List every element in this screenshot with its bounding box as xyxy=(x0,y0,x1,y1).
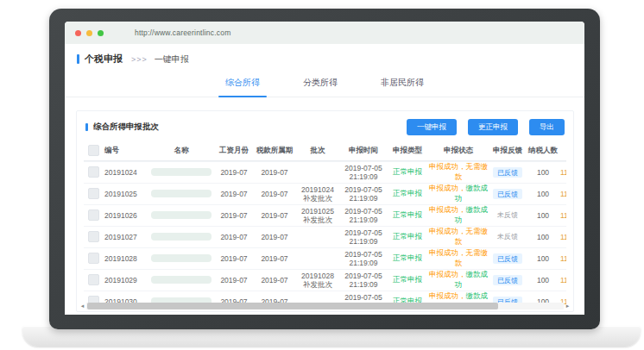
cell-filing-status: 申报成功，无需缴款 xyxy=(427,248,489,269)
table-row: 201910262019-072019-0720191025补发批次2019-0… xyxy=(84,204,566,226)
cell-filing-time: 2019-07-0521:19:09 xyxy=(339,164,388,181)
filing-date: 2019-07-05 xyxy=(339,293,388,302)
table-body: 201910242019-072019-072019-07-0521:19:09… xyxy=(84,161,566,312)
cell-clipped-column: 11 xyxy=(560,254,566,263)
panel-button-2[interactable]: 导出 xyxy=(529,119,565,135)
filing-date: 2019-07-05 xyxy=(339,207,388,216)
batch-number: 20191028 xyxy=(296,272,339,280)
cell-batch-id: 20191027 xyxy=(103,233,148,241)
cell-salary-month: 2019-07 xyxy=(215,190,253,198)
cell-clipped-column: 11 xyxy=(560,276,566,284)
filing-type-text: 正常申报 xyxy=(393,232,422,241)
scroll-left-arrow-icon[interactable]: ◂ xyxy=(79,302,86,309)
column-header-6: 申报类型 xyxy=(388,146,427,156)
header-checkbox-cell xyxy=(84,145,103,156)
cell-batch: 20191028补发批次 xyxy=(296,272,339,289)
row-checkbox[interactable] xyxy=(88,274,99,285)
filing-date: 2019-07-05 xyxy=(339,250,388,259)
panel-button-0[interactable]: 一键申报 xyxy=(407,119,457,135)
cell-taxpayer-count: 100 xyxy=(526,168,560,177)
cell-batch-id: 20191026 xyxy=(103,211,148,220)
status-main-text: 申报成功， xyxy=(429,248,466,257)
table-header-row: 编号名称工资月份税款所属期批次申报时间申报类型申报状态申报反馈纳税人数 xyxy=(84,141,566,161)
cell-tax-period: 2019-07 xyxy=(253,190,296,198)
cell-clipped-column: 11 xyxy=(560,211,566,220)
row-checkbox[interactable] xyxy=(88,166,99,178)
clipped-value: 11 xyxy=(560,254,566,263)
clipped-value: 11 xyxy=(560,211,566,220)
page-title: 个税申报 xyxy=(85,53,123,66)
scroll-right-arrow-icon[interactable]: ▸ xyxy=(564,302,571,309)
row-checkbox[interactable] xyxy=(88,231,99,242)
cell-name xyxy=(148,168,215,176)
breadcrumb-separator: >>> xyxy=(131,55,148,64)
window-minimize-dot-icon[interactable] xyxy=(86,30,92,36)
scrollbar-thumb[interactable] xyxy=(87,303,498,309)
cell-clipped-column: 11 xyxy=(560,190,566,198)
panel-actions: 一键申报更正申报导出 xyxy=(395,119,565,135)
horizontal-scrollbar[interactable]: ◂ ▸ xyxy=(79,302,571,309)
cell-feedback: 已反馈 xyxy=(489,167,526,177)
checkbox-cell xyxy=(84,166,103,178)
panel-header: 综合所得申报批次 一键申报更正申报导出 xyxy=(77,111,573,141)
cell-salary-month: 2019-07 xyxy=(215,233,253,241)
filing-clock: 21:19:09 xyxy=(339,280,388,289)
cell-name xyxy=(148,276,215,284)
filing-clock: 21:19:09 xyxy=(339,216,388,224)
cell-tax-period: 2019-07 xyxy=(253,211,296,220)
tab-0[interactable]: 综合所得 xyxy=(217,71,268,97)
feedback-badge: 已反馈 xyxy=(493,189,522,199)
checkbox-cell xyxy=(84,274,103,285)
status-main-text: 申报成功， xyxy=(429,184,466,192)
cell-feedback: 未反馈 xyxy=(489,210,526,220)
column-header-1: 名称 xyxy=(148,146,215,156)
row-checkbox[interactable] xyxy=(88,253,99,264)
cell-taxpayer-count: 100 xyxy=(526,254,560,263)
scrollbar-track[interactable] xyxy=(86,303,564,309)
redacted-name xyxy=(151,190,212,197)
page-content: 个税申报 >>> 一键申报 综合所得分类所得非居民所得 综合所得申报批次 一键申… xyxy=(65,44,584,315)
window-maximize-dot-icon[interactable] xyxy=(98,30,104,36)
cell-filing-type: 正常申报 xyxy=(388,275,427,285)
browser-chrome: http://www.careerintlinc.com xyxy=(65,22,584,44)
panel-button-1[interactable]: 更正申报 xyxy=(468,119,518,135)
status-main-text: 申报成功， xyxy=(429,162,466,171)
filing-clock: 21:19:09 xyxy=(339,237,388,246)
redacted-name xyxy=(151,168,212,176)
batch-label: 补发批次 xyxy=(296,280,339,289)
select-all-checkbox[interactable] xyxy=(88,145,99,156)
table-row: 201910252019-072019-0720191024补发批次2019-0… xyxy=(84,183,566,204)
feedback-badge: 已反馈 xyxy=(493,167,522,178)
cell-clipped-column: 11 xyxy=(560,168,566,177)
redacted-name xyxy=(151,233,212,241)
table-viewport: 编号名称工资月份税款所属期批次申报时间申报类型申报状态申报反馈纳税人数 2019… xyxy=(84,141,566,312)
table-row: 201910292019-072019-0720191028补发批次2019-0… xyxy=(84,269,566,291)
address-bar[interactable]: http://www.careerintlinc.com xyxy=(135,28,230,37)
tab-1[interactable]: 分类所得 xyxy=(294,71,346,97)
filing-date: 2019-07-05 xyxy=(339,164,388,172)
cell-name xyxy=(148,211,215,219)
tab-2[interactable]: 非居民所得 xyxy=(372,71,432,97)
batch-label: 补发批次 xyxy=(296,194,339,203)
filing-date: 2019-07-05 xyxy=(339,185,388,194)
row-checkbox[interactable] xyxy=(88,209,99,221)
filing-clock: 21:19:09 xyxy=(339,259,388,267)
cell-salary-month: 2019-07 xyxy=(215,254,253,263)
clipped-value: 11 xyxy=(560,190,566,198)
cell-taxpayer-count: 100 xyxy=(526,211,560,220)
cell-batch-id: 20191025 xyxy=(103,190,148,198)
status-main-text: 申报成功， xyxy=(429,291,466,300)
window-close-dot-icon[interactable] xyxy=(75,30,81,36)
column-header-3: 税款所属期 xyxy=(253,146,296,156)
cell-filing-status: 申报成功，无需缴款 xyxy=(427,227,489,247)
row-checkbox[interactable] xyxy=(88,188,99,199)
filing-type-text: 正常申报 xyxy=(393,210,422,219)
cell-name xyxy=(148,190,215,197)
batch-label: 补发批次 xyxy=(296,216,339,224)
clipped-value: 11 xyxy=(560,233,566,241)
cell-feedback: 已反馈 xyxy=(489,253,526,263)
table-row: 201910242019-072019-072019-07-0521:19:09… xyxy=(84,161,566,183)
cell-salary-month: 2019-07 xyxy=(215,168,253,177)
cell-batch: 20191024补发批次 xyxy=(296,185,339,203)
cell-feedback: 已反馈 xyxy=(489,189,526,198)
